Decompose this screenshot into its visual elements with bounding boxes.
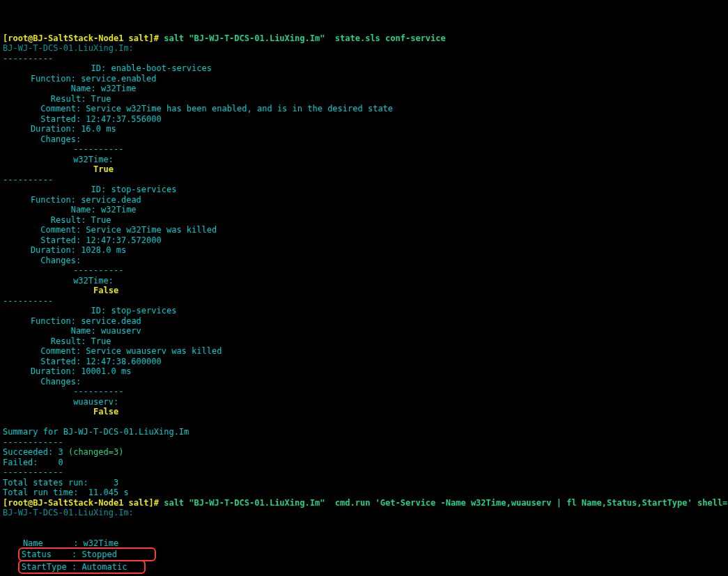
total-time: Total run time: 11.045 s [3, 488, 728, 498]
state-function: Function: service.dead [3, 316, 728, 327]
state-changes-label: Changes: [3, 256, 728, 266]
shell-prompt[interactable]: [root@BJ-SaltStack-Node1 salt]# [3, 33, 164, 43]
state-function: Function: service.enabled [3, 74, 728, 84]
summary-succeeded: Succeeded: 3 (changed=3) [3, 447, 728, 458]
state-comment: Comment: Service w32Time was killed [3, 225, 728, 235]
state-duration: Duration: 1028.0 ms [3, 245, 728, 256]
state-id: ID: stop-services [3, 185, 728, 195]
state-duration: Duration: 16.0 ms [3, 124, 728, 134]
state-name: Name: wuauserv [3, 326, 728, 336]
separator: ---------- [3, 54, 728, 64]
change-value: False [3, 286, 728, 296]
state-started: Started: 12:47:38.600000 [3, 357, 728, 367]
state-id: ID: stop-services [3, 306, 728, 316]
changes-sep: ---------- [3, 144, 728, 155]
terminal-output: [root@BJ-SaltStack-Node1 salt]# salt "BJ… [3, 33, 728, 577]
change-key: w32Time: [3, 155, 728, 165]
separator: ---------- [3, 175, 728, 185]
state-id: ID: enable-boot-services [3, 63, 728, 74]
change-value: False [3, 407, 728, 417]
minion-name: BJ-WJ-T-DCS-01.LiuXing.Im: [3, 43, 728, 54]
separator: ------------ [3, 437, 728, 448]
state-name: Name: w32Time [3, 84, 728, 94]
state-started: Started: 12:47:37.556000 [3, 114, 728, 125]
ps-starttype-row: StartType : Automatic [3, 561, 728, 573]
state-comment: Comment: Service wuauserv was killed [3, 346, 728, 357]
state-changes-label: Changes: [3, 134, 728, 145]
change-key: wuauserv: [3, 397, 728, 407]
summary-header: Summary for BJ-WJ-T-DCS-01.LiuXing.Im [3, 427, 728, 437]
total-states: Total states run: 3 [3, 478, 728, 488]
command-text: salt "BJ-WJ-T-DCS-01.LiuXing.Im" cmd.run… [164, 498, 728, 508]
change-key: w32Time: [3, 276, 728, 286]
state-started: Started: 12:47:37.572000 [3, 235, 728, 246]
state-duration: Duration: 10001.0 ms [3, 366, 728, 377]
state-function: Function: service.dead [3, 195, 728, 205]
state-result: Result: True [3, 336, 728, 347]
state-name: Name: w32Time [3, 205, 728, 215]
shell-prompt[interactable]: [root@BJ-SaltStack-Node1 salt]# [3, 498, 164, 508]
state-result: Result: True [3, 94, 728, 104]
changes-sep: ---------- [3, 387, 728, 397]
state-changes-label: Changes: [3, 377, 728, 387]
summary-failed: Failed: 0 [3, 458, 728, 468]
state-comment: Comment: Service w32Time has been enable… [3, 104, 728, 114]
change-value: True [3, 164, 728, 175]
changes-sep: ---------- [3, 265, 728, 276]
state-result: Result: True [3, 215, 728, 226]
ps-name-row: Name : w32Time [3, 538, 728, 549]
ps-status-row: Status : Stopped [3, 548, 728, 561]
separator: ------------ [3, 467, 728, 478]
separator: ---------- [3, 296, 728, 306]
command-text: salt "BJ-WJ-T-DCS-01.LiuXing.Im" state.s… [164, 33, 446, 43]
minion-name: BJ-WJ-T-DCS-01.LiuXing.Im: [3, 508, 728, 518]
